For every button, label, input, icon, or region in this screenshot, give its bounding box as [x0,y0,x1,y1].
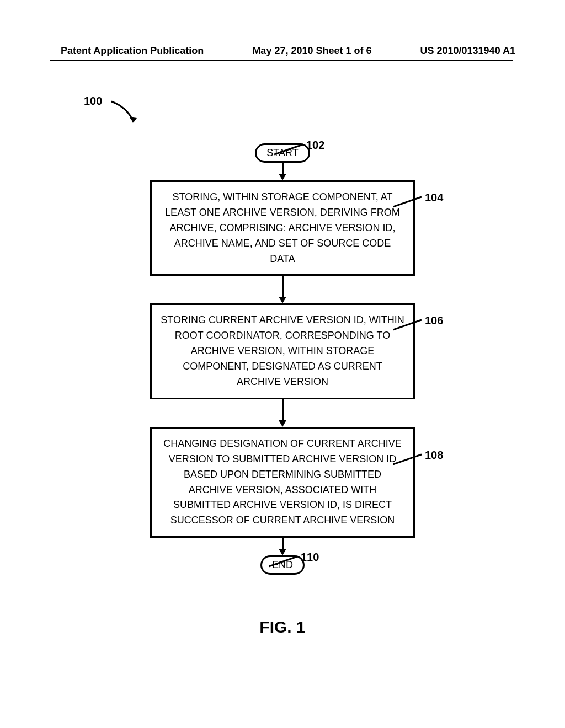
flow-reference-number: 100 [84,95,102,108]
ref-106: 106 [425,314,443,327]
svg-line-1 [274,144,303,154]
svg-marker-0 [129,117,137,122]
figure-label: FIG. 1 [0,618,565,636]
step-2-box: STORING CURRENT ARCHIVE VERSION ID, WITH… [150,303,415,399]
ref-110: 110 [301,551,319,564]
step-1-box: STORING, WITHIN STORAGE COMPONENT, AT LE… [150,180,415,276]
svg-line-3 [393,320,422,330]
svg-line-5 [269,556,297,566]
ref-102: 102 [306,139,324,152]
header-center: May 27, 2010 Sheet 1 of 6 [252,45,371,57]
page: Patent Application Publication May 27, 2… [0,0,565,728]
flow-reference-arrow [110,100,143,133]
flowchart: START 102 STORING, WITHIN STORAGE COMPON… [0,143,565,575]
header-left: Patent Application Publication [61,45,204,57]
ref-108: 108 [425,449,443,462]
ref-104: 104 [425,191,443,204]
header-rule [50,60,513,61]
header-right: US 2010/0131940 A1 [420,45,515,57]
svg-line-4 [393,454,422,464]
page-header: Patent Application Publication May 27, 2… [0,45,565,57]
svg-line-2 [393,197,422,207]
step-3-box: CHANGING DESIGNATION OF CURRENT ARCHIVE … [150,427,415,538]
